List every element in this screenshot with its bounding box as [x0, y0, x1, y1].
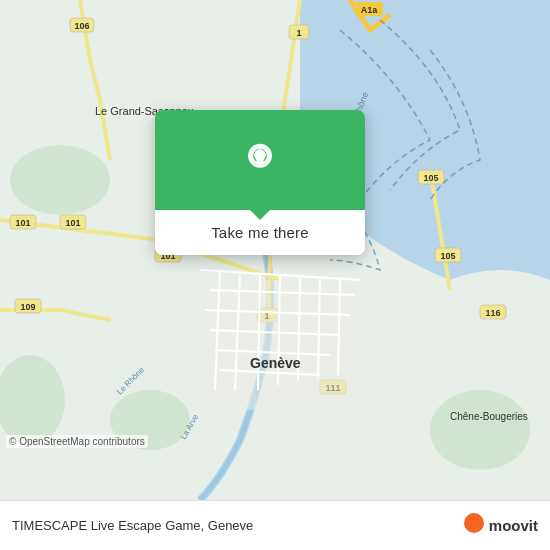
svg-text:116: 116 — [485, 308, 500, 318]
moovit-pin-icon — [463, 512, 485, 540]
popup-card: Take me there — [155, 110, 365, 255]
svg-text:Chêne-Bougeries: Chêne-Bougeries — [450, 411, 528, 422]
svg-text:105: 105 — [423, 173, 438, 183]
map-container: A1a 106 1 101 101 105 105 109 116 111 — [0, 0, 550, 500]
svg-text:101: 101 — [15, 218, 30, 228]
svg-text:105: 105 — [440, 251, 455, 261]
svg-text:106: 106 — [74, 21, 89, 31]
location-text: TIMESCAPE Live Escape Game, Geneve — [12, 518, 253, 533]
bottom-bar: TIMESCAPE Live Escape Game, Geneve moovi… — [0, 500, 550, 550]
svg-text:1: 1 — [296, 28, 301, 38]
svg-point-30 — [430, 390, 530, 470]
popup-green-header — [155, 110, 365, 210]
svg-text:A1a: A1a — [361, 5, 379, 15]
moovit-logo: moovit — [463, 512, 538, 540]
svg-point-28 — [10, 145, 110, 215]
svg-text:Genève: Genève — [250, 355, 301, 371]
moovit-brand-text: moovit — [489, 517, 538, 534]
location-pin-icon — [242, 142, 278, 178]
svg-text:101: 101 — [65, 218, 80, 228]
osm-credit: © OpenStreetMap contributors — [6, 435, 148, 448]
svg-text:109: 109 — [20, 302, 35, 312]
